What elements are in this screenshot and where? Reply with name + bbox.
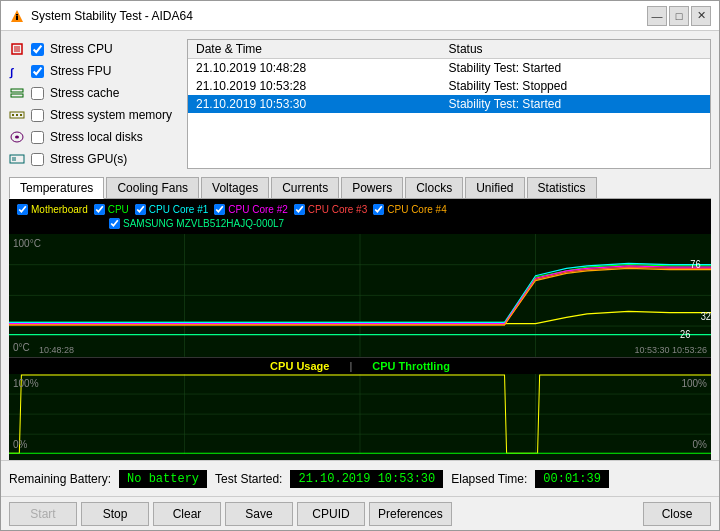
svg-rect-2: [16, 14, 18, 16]
legend-samsung-label: SAMSUNG MZVLB512HAJQ-000L7: [123, 218, 284, 229]
minimize-button[interactable]: —: [647, 6, 667, 26]
svg-rect-4: [14, 46, 20, 52]
log-status-3: Stability Test: Started: [441, 95, 710, 113]
title-bar-left: System Stability Test - AIDA64: [9, 8, 193, 24]
maximize-button[interactable]: □: [669, 6, 689, 26]
tab-statistics[interactable]: Statistics: [527, 177, 597, 198]
chart-top-legend-row1: Motherboard CPU CPU Core #1 CPU Core #2: [9, 201, 711, 218]
bottom-legend-separator: |: [349, 360, 352, 372]
chart-top-container: Motherboard CPU CPU Core #1 CPU Core #2: [9, 199, 711, 234]
log-header-datetime: Date & Time: [188, 40, 441, 59]
stress-gpu-checkbox[interactable]: [31, 153, 44, 166]
chart-bottom-right-min: 0%: [693, 439, 707, 450]
log-status-2: Stability Test: Stopped: [441, 77, 710, 95]
stress-options-panel: Stress CPU ∫ Stress FPU Stress cache Str…: [9, 39, 179, 169]
svg-rect-10: [16, 114, 18, 116]
tab-unified[interactable]: Unified: [465, 177, 524, 198]
svg-rect-7: [11, 94, 23, 97]
stop-button[interactable]: Stop: [81, 502, 149, 526]
disk-stress-icon: [9, 129, 25, 145]
legend-cpu-core2: CPU Core #2: [214, 204, 287, 215]
legend-cpu-core2-checkbox[interactable]: [214, 204, 225, 215]
stress-fpu-item: ∫ Stress FPU: [9, 61, 179, 81]
legend-cpu-checkbox[interactable]: [94, 204, 105, 215]
x-label-1: 10:48:28: [39, 345, 74, 355]
log-row-3[interactable]: 21.10.2019 10:53:30 Stability Test: Star…: [188, 95, 710, 113]
log-table: Date & Time Status 21.10.2019 10:48:28 S…: [187, 39, 711, 169]
charts-area: Motherboard CPU CPU Core #1 CPU Core #2: [9, 199, 711, 460]
log-header-status: Status: [441, 40, 710, 59]
title-bar-controls: — □ ✕: [647, 6, 711, 26]
chart-top: 100°C 0°C: [9, 234, 711, 358]
tab-currents[interactable]: Currents: [271, 177, 339, 198]
stress-disk-checkbox[interactable]: [31, 131, 44, 144]
chart-bottom-right-max: 100%: [681, 378, 707, 389]
chart-bottom-y-min: 0%: [13, 439, 27, 450]
memory-stress-icon: [9, 107, 25, 123]
stress-fpu-checkbox[interactable]: [31, 65, 44, 78]
svg-rect-15: [12, 157, 16, 161]
legend-cpu-core4-checkbox[interactable]: [373, 204, 384, 215]
remaining-battery-value: No battery: [119, 470, 207, 488]
chart-bottom-svg: [9, 374, 711, 454]
tab-temperatures[interactable]: Temperatures: [9, 177, 104, 199]
legend-cpu-core1-checkbox[interactable]: [135, 204, 146, 215]
test-started-label: Test Started:: [215, 472, 282, 486]
legend-cpu-core1-label: CPU Core #1: [149, 204, 208, 215]
gpu-stress-icon: [9, 151, 25, 167]
legend-samsung-checkbox[interactable]: [109, 218, 120, 229]
stress-disk-label: Stress local disks: [50, 130, 143, 144]
legend-cpu-core3-checkbox[interactable]: [294, 204, 305, 215]
stress-cache-item: Stress cache: [9, 83, 179, 103]
app-icon: [9, 8, 25, 24]
stress-gpu-item: Stress GPU(s): [9, 149, 179, 169]
tab-clocks[interactable]: Clocks: [405, 177, 463, 198]
svg-text:76: 76: [690, 259, 701, 271]
tab-powers[interactable]: Powers: [341, 177, 403, 198]
save-button[interactable]: Save: [225, 502, 293, 526]
tab-cooling-fans[interactable]: Cooling Fans: [106, 177, 199, 198]
bottom-legend-cpu-usage: CPU Usage: [270, 360, 329, 372]
legend-cpu-core2-label: CPU Core #2: [228, 204, 287, 215]
cpu-stress-icon: [9, 41, 25, 57]
clear-button[interactable]: Clear: [153, 502, 221, 526]
main-window: System Stability Test - AIDA64 — □ ✕ Str…: [0, 0, 720, 531]
chart-top-y-min: 0°C: [13, 342, 30, 353]
cpuid-button[interactable]: CPUID: [297, 502, 365, 526]
legend-cpu-label: CPU: [108, 204, 129, 215]
svg-rect-6: [11, 89, 23, 92]
title-bar: System Stability Test - AIDA64 — □ ✕: [1, 1, 719, 31]
svg-text:∫: ∫: [9, 66, 14, 79]
preferences-button[interactable]: Preferences: [369, 502, 452, 526]
chart-top-legend-row2: SAMSUNG MZVLB512HAJQ-000L7: [9, 218, 711, 232]
log-row-1[interactable]: 21.10.2019 10:48:28 Stability Test: Star…: [188, 59, 710, 78]
stress-memory-checkbox[interactable]: [31, 109, 44, 122]
stress-disk-item: Stress local disks: [9, 127, 179, 147]
legend-samsung: SAMSUNG MZVLB512HAJQ-000L7: [109, 218, 284, 229]
stress-cache-checkbox[interactable]: [31, 87, 44, 100]
stress-memory-label: Stress system memory: [50, 108, 172, 122]
legend-motherboard: Motherboard: [17, 204, 88, 215]
legend-cpu-core3-label: CPU Core #3: [308, 204, 367, 215]
log-status-1: Stability Test: Started: [441, 59, 710, 78]
chart-top-y-max: 100°C: [13, 238, 41, 249]
close-button[interactable]: Close: [643, 502, 711, 526]
cache-stress-icon: [9, 85, 25, 101]
tab-voltages[interactable]: Voltages: [201, 177, 269, 198]
stress-fpu-label: Stress FPU: [50, 64, 111, 78]
start-button[interactable]: Start: [9, 502, 77, 526]
log-row-2[interactable]: 21.10.2019 10:53:28 Stability Test: Stop…: [188, 77, 710, 95]
legend-motherboard-checkbox[interactable]: [17, 204, 28, 215]
log-datetime-2: 21.10.2019 10:53:28: [188, 77, 441, 95]
main-content: Stress CPU ∫ Stress FPU Stress cache Str…: [1, 31, 719, 530]
fpu-stress-icon: ∫: [9, 63, 25, 79]
top-section: Stress CPU ∫ Stress FPU Stress cache Str…: [1, 31, 719, 177]
elapsed-time-label: Elapsed Time:: [451, 472, 527, 486]
close-window-button[interactable]: ✕: [691, 6, 711, 26]
legend-cpu: CPU: [94, 204, 129, 215]
legend-cpu-core3: CPU Core #3: [294, 204, 367, 215]
bottom-legend-cpu-throttling: CPU Throttling: [372, 360, 450, 372]
svg-rect-11: [20, 114, 22, 116]
stress-cpu-checkbox[interactable]: [31, 43, 44, 56]
legend-cpu-core4-label: CPU Core #4: [387, 204, 446, 215]
